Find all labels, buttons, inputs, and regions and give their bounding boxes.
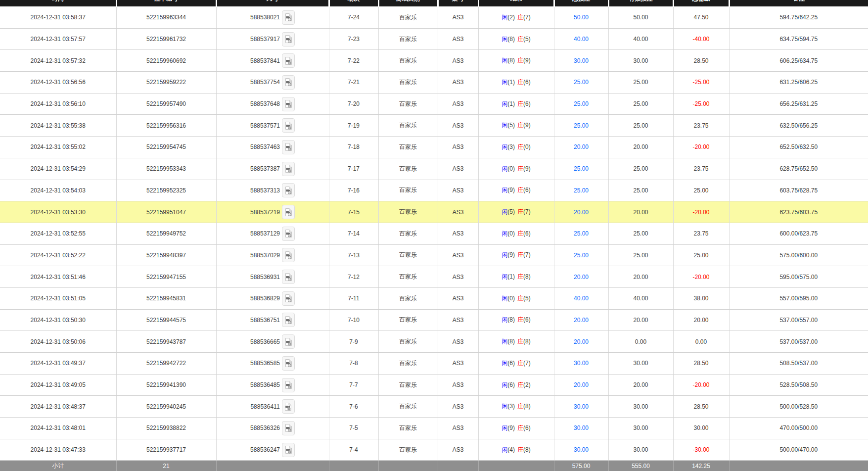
total-bet-amount-link[interactable]: 20.00 (574, 381, 589, 388)
round-number-group: 588536247 (219, 443, 327, 457)
round-number-cell: 588537917 (216, 28, 329, 50)
total-bet-amount-link[interactable]: 20.00 (574, 317, 589, 324)
table-row[interactable]: 2024-12-31 03:48:37522159940245588536411… (0, 396, 868, 418)
column-header-session: 场次 (329, 0, 378, 7)
result-player-label: 闲 (502, 79, 507, 86)
video-replay-button[interactable] (282, 270, 295, 284)
total-bet-amount-link[interactable]: 30.00 (574, 403, 589, 410)
total-bet-cell: 25.00 (554, 180, 608, 201)
game-type-cell: 百家乐 (378, 28, 438, 50)
video-replay-button[interactable] (282, 421, 295, 435)
table-row[interactable]: 2024-12-31 03:51:46522159947155588536931… (0, 266, 868, 288)
result-cell: 闲(9)庄(7) (478, 244, 554, 266)
table-row[interactable]: 2024-12-31 03:50:30522159944575588536751… (0, 309, 868, 331)
table-row[interactable]: 2024-12-31 03:55:02522159954745588537463… (0, 137, 868, 158)
table-number-cell: AS3 (438, 50, 478, 72)
round-number-group: 588537313 (219, 183, 327, 197)
total-bet-amount-link[interactable]: 25.00 (574, 100, 589, 107)
table-row[interactable]: 2024-12-31 03:51:05522159945831588536829… (0, 287, 868, 309)
total-bet-amount-link[interactable]: 30.00 (574, 446, 589, 453)
result-banker-value: (8) (523, 338, 531, 345)
video-replay-button[interactable] (282, 248, 295, 262)
table-row[interactable]: 2024-12-31 03:48:01522159938822588536326… (0, 418, 868, 439)
video-replay-button[interactable] (282, 356, 295, 371)
video-replay-button[interactable] (282, 378, 295, 392)
subtotal-empty-session (329, 461, 378, 471)
video-replay-button[interactable] (282, 291, 295, 306)
video-replay-icon (285, 337, 292, 346)
table-row[interactable]: 2024-12-31 03:56:10522159957490588537648… (0, 93, 868, 115)
total-bet-amount-link[interactable]: 50.00 (574, 14, 589, 21)
video-replay-button[interactable] (282, 313, 295, 327)
video-replay-button[interactable] (282, 140, 295, 154)
total-bet-amount-link[interactable]: 25.00 (574, 79, 589, 86)
round-number-text: 588537463 (250, 143, 280, 150)
result-banker-label: 庄 (517, 230, 523, 237)
video-replay-button[interactable] (282, 227, 295, 241)
video-replay-button[interactable] (282, 334, 295, 349)
total-bet-amount-link[interactable]: 30.00 (574, 57, 589, 64)
result-player-value: (1) (507, 100, 515, 107)
session-cell: 7-20 (329, 93, 378, 115)
result-player-label: 闲 (502, 57, 507, 64)
table-row[interactable]: 2024-12-31 03:50:06522159943787588536665… (0, 331, 868, 353)
video-replay-icon (285, 316, 292, 325)
video-replay-button[interactable] (282, 443, 295, 457)
total-bet-amount-link[interactable]: 40.00 (574, 36, 589, 43)
video-replay-button[interactable] (282, 118, 295, 133)
table-row[interactable]: 2024-12-31 03:56:56522159959222588537754… (0, 72, 868, 94)
remark-cell: 537.00/537.00 (729, 331, 868, 353)
video-replay-button[interactable] (282, 183, 295, 197)
total-bet-amount-link[interactable]: 25.00 (574, 165, 589, 172)
video-replay-button[interactable] (282, 75, 295, 90)
total-bet-amount-link[interactable]: 40.00 (574, 295, 589, 302)
video-replay-button[interactable] (282, 205, 295, 219)
result-player-value: (9) (507, 251, 515, 258)
table-row[interactable]: 2024-12-31 03:49:05522159941390588536485… (0, 374, 868, 396)
game-type-cell: 百家乐 (378, 439, 438, 461)
total-bet-amount-link[interactable]: 30.00 (574, 424, 589, 431)
result-player-value: (6) (507, 360, 515, 367)
table-row[interactable]: 2024-12-31 03:47:33522159937717588536247… (0, 439, 868, 461)
table-row[interactable]: 2024-12-31 03:55:38522159956316588537571… (0, 115, 868, 137)
video-replay-button[interactable] (282, 399, 295, 414)
total-bet-amount-link[interactable]: 25.00 (574, 187, 589, 194)
remark-cell: 557.00/595.00 (729, 287, 868, 309)
total-bet-amount-link[interactable]: 25.00 (574, 230, 589, 237)
remark-cell: 631.25/606.25 (729, 72, 868, 94)
table-row[interactable]: 2024-12-31 03:52:55522159949752588537129… (0, 223, 868, 244)
table-row[interactable]: 2024-12-31 03:54:29522159953343588537387… (0, 158, 868, 180)
table-row[interactable]: 2024-12-31 03:53:30522159951047588537219… (0, 201, 868, 223)
video-replay-button[interactable] (282, 10, 295, 25)
table-row[interactable]: 2024-12-31 03:57:32522159960692588537841… (0, 50, 868, 72)
round-number-text: 588536247 (250, 446, 280, 453)
result-cell: 闲(6)庄(7) (478, 353, 554, 375)
table-row[interactable]: 2024-12-31 03:54:03522159952325588537313… (0, 180, 868, 201)
total-bet-amount-link[interactable]: 20.00 (574, 209, 589, 216)
remark-cell: 628.75/652.50 (729, 158, 868, 180)
table-row[interactable]: 2024-12-31 03:58:37522159963344588538021… (0, 7, 868, 29)
video-replay-button[interactable] (282, 162, 295, 176)
round-number-group: 588537219 (219, 205, 327, 219)
valid-bet-cell: 0.00 (608, 331, 673, 353)
round-number-group: 588536931 (219, 270, 327, 284)
round-number-cell: 588537754 (216, 72, 329, 94)
total-bet-amount-link[interactable]: 30.00 (574, 360, 589, 367)
video-replay-button[interactable] (282, 32, 295, 47)
round-number-text: 588537648 (250, 100, 280, 107)
result-banker-label: 庄 (517, 381, 523, 388)
time-cell: 2024-12-31 03:51:46 (0, 266, 116, 288)
total-bet-amount-link[interactable]: 25.00 (574, 122, 589, 129)
total-bet-amount-link[interactable]: 20.00 (574, 274, 589, 281)
result-player-value: (0) (507, 165, 515, 172)
table-row[interactable]: 2024-12-31 03:49:37522159942722588536585… (0, 353, 868, 375)
video-replay-button[interactable] (282, 97, 295, 111)
total-bet-amount-link[interactable]: 25.00 (574, 252, 589, 259)
result-cell: 闲(8)庄(9) (478, 50, 554, 72)
table-row[interactable]: 2024-12-31 03:52:22522159948397588537029… (0, 244, 868, 266)
table-row[interactable]: 2024-12-31 03:57:57522159961732588537917… (0, 28, 868, 50)
video-replay-button[interactable] (282, 53, 295, 68)
total-bet-amount-link[interactable]: 20.00 (574, 338, 589, 345)
total-bet-amount-link[interactable]: 20.00 (574, 143, 589, 150)
remark-cell: 606.25/634.75 (729, 50, 868, 72)
